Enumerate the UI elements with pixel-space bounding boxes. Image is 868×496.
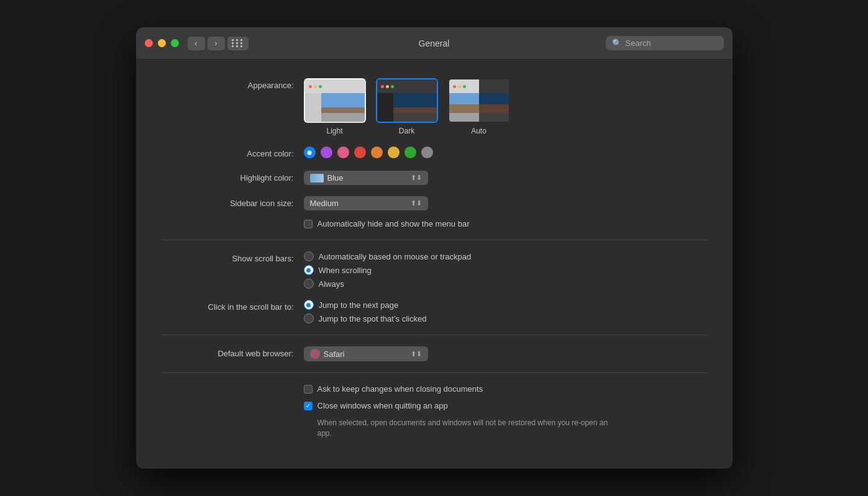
appearance-light-thumb: [304, 78, 366, 123]
appearance-options: Light: [304, 78, 708, 135]
auto-content: [449, 93, 509, 122]
spot-clicked-radio[interactable]: [304, 313, 314, 323]
auto-light-bg: [449, 93, 479, 122]
accent-orange[interactable]: [371, 147, 383, 158]
window-title: General: [419, 38, 450, 48]
helper-text: When selected, open documents and window…: [318, 418, 616, 439]
document-options-label: [161, 384, 304, 386]
ask-keep-changes-checkbox[interactable]: [304, 385, 313, 394]
auto-dot-red: [453, 85, 456, 88]
menu-bar-checkbox-label: Automatically hide and show the menu bar: [318, 219, 470, 228]
next-page-radio[interactable]: [304, 300, 314, 310]
auto-light-half: [449, 93, 479, 122]
appearance-auto-option[interactable]: Auto: [448, 78, 510, 135]
minimize-button[interactable]: [158, 39, 166, 47]
accent-red[interactable]: [354, 147, 366, 158]
appearance-dark-option[interactable]: Dark: [376, 78, 438, 135]
auto-dot-green: [463, 85, 466, 88]
main-window: ‹ › General 🔍 Appearance:: [136, 27, 733, 469]
appearance-light-label: Light: [326, 127, 342, 135]
thumb-dot-green: [319, 85, 322, 88]
accent-color-controls: [304, 147, 708, 158]
accent-green[interactable]: [404, 147, 416, 158]
ask-keep-changes-row[interactable]: Ask to keep changes when closing documen…: [304, 384, 708, 394]
default-browser-label: Default web browser:: [161, 346, 304, 359]
scroll-auto-radio[interactable]: [304, 251, 314, 261]
menu-bar-checkbox-row[interactable]: Automatically hide and show the menu bar: [304, 219, 708, 228]
light-content: [305, 93, 365, 122]
sidebar-dropdown-arrow-icon: ⬆⬇: [411, 199, 422, 207]
dropdown-arrow-icon: ⬆⬇: [411, 174, 422, 182]
dark-sidebar: [377, 93, 393, 122]
sidebar-icon-size-controls: Medium ⬆⬇ Automatically hide and show th…: [304, 196, 708, 228]
accent-purple[interactable]: [321, 147, 332, 158]
forward-icon: ›: [214, 38, 217, 48]
auto-dot-yellow: [458, 85, 461, 88]
accent-blue[interactable]: [304, 147, 316, 158]
highlight-color-row: Highlight color: Blue ⬆⬇: [161, 171, 708, 185]
close-windows-checkbox[interactable]: [304, 402, 313, 410]
grid-icon: [232, 39, 244, 47]
appearance-auto-thumb: [448, 78, 510, 123]
default-browser-value: Safari: [324, 349, 407, 359]
spot-clicked-label: Jump to the spot that’s clicked: [319, 314, 427, 323]
scroll-bars-label: Show scroll bars:: [161, 251, 304, 264]
scroll-scrolling-radio[interactable]: [304, 265, 314, 275]
grid-view-button[interactable]: [227, 37, 249, 50]
next-page-radio-row[interactable]: Jump to the next page: [304, 300, 708, 310]
appearance-row: Appearance:: [161, 78, 708, 135]
close-button[interactable]: [145, 39, 153, 47]
light-topbar: [305, 79, 365, 93]
sidebar-icon-size-dropdown[interactable]: Medium ⬆⬇: [304, 196, 428, 210]
accent-colors: [304, 147, 708, 158]
auto-topbar: [449, 79, 509, 93]
scroll-auto-radio-row[interactable]: Automatically based on mouse or trackpad: [304, 251, 708, 261]
sidebar-icon-size-row: Sidebar icon size: Medium ⬆⬇ Automatical…: [161, 196, 708, 228]
auto-dark-half: [479, 93, 509, 122]
accent-yellow[interactable]: [388, 147, 400, 158]
dark-main: [393, 93, 437, 122]
menu-bar-checkbox[interactable]: [304, 220, 313, 228]
document-options-row: Ask to keep changes when closing documen…: [161, 384, 708, 439]
close-windows-row[interactable]: Close windows when quitting an app: [304, 401, 708, 410]
highlight-color-controls: Blue ⬆⬇: [304, 171, 708, 185]
search-icon: 🔍: [612, 38, 622, 48]
scroll-bars-controls: Automatically based on mouse or trackpad…: [304, 251, 708, 289]
thumb-dot-green-dark: [391, 85, 394, 88]
default-browser-row: Default web browser: Safari ⬆⬇: [161, 346, 708, 361]
spot-clicked-radio-row[interactable]: Jump to the spot that’s clicked: [304, 313, 708, 323]
click-scroll-bar-controls: Jump to the next page Jump to the spot t…: [304, 300, 708, 323]
highlight-color-dropdown[interactable]: Blue ⬆⬇: [304, 171, 428, 185]
thumb-dot-yellow-dark: [386, 85, 389, 88]
appearance-dark-label: Dark: [399, 127, 414, 135]
scroll-auto-label: Automatically based on mouse or trackpad: [319, 252, 472, 261]
thumb-dot-red-dark: [381, 85, 384, 88]
ask-keep-changes-label: Ask to keep changes when closing documen…: [318, 384, 483, 394]
search-input[interactable]: [626, 38, 718, 48]
highlight-swatch: [310, 174, 324, 183]
accent-color-label: Accent color:: [161, 147, 304, 160]
nav-buttons: ‹ ›: [188, 37, 225, 50]
default-browser-dropdown[interactable]: Safari ⬆⬇: [304, 346, 428, 361]
divider-1: [161, 240, 708, 240]
scroll-always-radio[interactable]: [304, 279, 314, 289]
appearance-light-option[interactable]: Light: [304, 78, 366, 135]
accent-pink[interactable]: [337, 147, 349, 158]
scroll-scrolling-radio-row[interactable]: When scrolling: [304, 265, 708, 275]
back-icon: ‹: [194, 38, 197, 48]
auto-dark-bg: [479, 93, 509, 122]
divider-3: [161, 372, 708, 373]
appearance-dark-thumb: [376, 78, 438, 123]
search-bar[interactable]: 🔍: [606, 36, 724, 50]
accent-graphite[interactable]: [421, 147, 433, 158]
maximize-button[interactable]: [171, 39, 179, 47]
browser-dropdown-arrow-icon: ⬆⬇: [411, 350, 422, 358]
scroll-always-radio-row[interactable]: Always: [304, 279, 708, 289]
forward-button[interactable]: ›: [208, 37, 225, 50]
light-sidebar: [305, 93, 321, 122]
divider-2: [161, 335, 708, 335]
highlight-color-value: Blue: [327, 173, 407, 183]
click-scroll-bar-row: Click in the scroll bar to: Jump to the …: [161, 300, 708, 323]
light-main: [321, 93, 365, 122]
back-button[interactable]: ‹: [188, 37, 205, 50]
